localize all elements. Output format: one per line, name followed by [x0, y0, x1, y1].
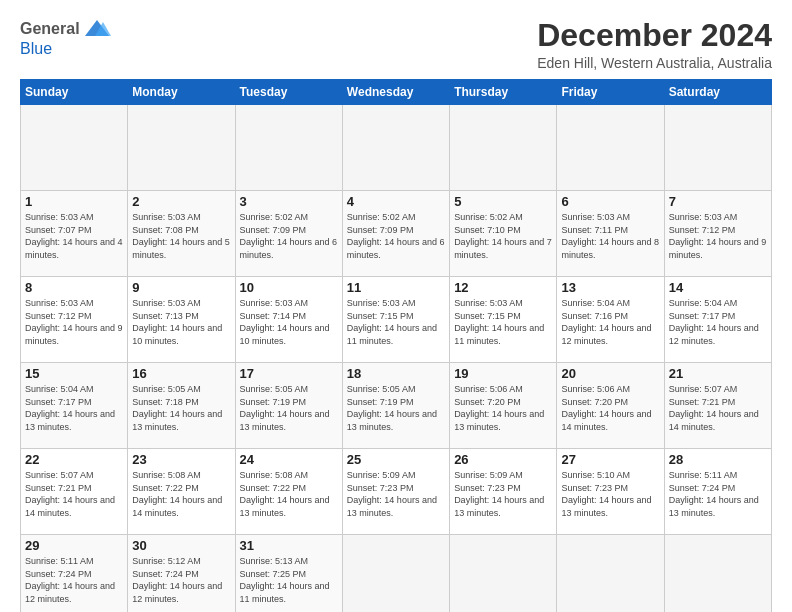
calendar-header-sunday: Sunday [21, 80, 128, 105]
day-number: 25 [347, 452, 445, 467]
calendar-week-row: 1Sunrise: 5:03 AMSunset: 7:07 PMDaylight… [21, 191, 772, 277]
table-row [557, 105, 664, 191]
day-info: Sunrise: 5:08 AMSunset: 7:22 PMDaylight:… [240, 469, 338, 519]
day-number: 14 [669, 280, 767, 295]
calendar-week-row: 8Sunrise: 5:03 AMSunset: 7:12 PMDaylight… [21, 277, 772, 363]
day-info: Sunrise: 5:08 AMSunset: 7:22 PMDaylight:… [132, 469, 230, 519]
day-number: 17 [240, 366, 338, 381]
table-row: 27Sunrise: 5:10 AMSunset: 7:23 PMDayligh… [557, 449, 664, 535]
table-row: 29Sunrise: 5:11 AMSunset: 7:24 PMDayligh… [21, 535, 128, 612]
month-title: December 2024 [537, 18, 772, 53]
header: General Blue December 2024 Eden Hill, We… [20, 18, 772, 71]
day-info: Sunrise: 5:06 AMSunset: 7:20 PMDaylight:… [454, 383, 552, 433]
day-number: 10 [240, 280, 338, 295]
table-row [21, 105, 128, 191]
day-info: Sunrise: 5:09 AMSunset: 7:23 PMDaylight:… [347, 469, 445, 519]
location: Eden Hill, Western Australia, Australia [537, 55, 772, 71]
day-info: Sunrise: 5:09 AMSunset: 7:23 PMDaylight:… [454, 469, 552, 519]
table-row [557, 535, 664, 612]
day-number: 20 [561, 366, 659, 381]
table-row: 4Sunrise: 5:02 AMSunset: 7:09 PMDaylight… [342, 191, 449, 277]
day-info: Sunrise: 5:03 AMSunset: 7:13 PMDaylight:… [132, 297, 230, 347]
day-info: Sunrise: 5:04 AMSunset: 7:17 PMDaylight:… [669, 297, 767, 347]
calendar-week-row: 15Sunrise: 5:04 AMSunset: 7:17 PMDayligh… [21, 363, 772, 449]
logo-icon [83, 18, 111, 40]
table-row: 14Sunrise: 5:04 AMSunset: 7:17 PMDayligh… [664, 277, 771, 363]
day-info: Sunrise: 5:03 AMSunset: 7:12 PMDaylight:… [669, 211, 767, 261]
calendar-header-monday: Monday [128, 80, 235, 105]
table-row [664, 105, 771, 191]
day-number: 1 [25, 194, 123, 209]
table-row: 18Sunrise: 5:05 AMSunset: 7:19 PMDayligh… [342, 363, 449, 449]
day-info: Sunrise: 5:03 AMSunset: 7:15 PMDaylight:… [347, 297, 445, 347]
day-number: 16 [132, 366, 230, 381]
title-area: December 2024 Eden Hill, Western Austral… [537, 18, 772, 71]
table-row [450, 105, 557, 191]
day-number: 23 [132, 452, 230, 467]
table-row [342, 105, 449, 191]
day-number: 2 [132, 194, 230, 209]
day-info: Sunrise: 5:13 AMSunset: 7:25 PMDaylight:… [240, 555, 338, 605]
day-info: Sunrise: 5:05 AMSunset: 7:19 PMDaylight:… [347, 383, 445, 433]
day-info: Sunrise: 5:07 AMSunset: 7:21 PMDaylight:… [669, 383, 767, 433]
day-info: Sunrise: 5:06 AMSunset: 7:20 PMDaylight:… [561, 383, 659, 433]
table-row: 23Sunrise: 5:08 AMSunset: 7:22 PMDayligh… [128, 449, 235, 535]
day-info: Sunrise: 5:04 AMSunset: 7:17 PMDaylight:… [25, 383, 123, 433]
calendar-week-row [21, 105, 772, 191]
day-info: Sunrise: 5:02 AMSunset: 7:10 PMDaylight:… [454, 211, 552, 261]
day-number: 30 [132, 538, 230, 553]
page: General Blue December 2024 Eden Hill, We… [0, 0, 792, 612]
table-row [342, 535, 449, 612]
logo-general-text: General [20, 20, 80, 38]
calendar-header-friday: Friday [557, 80, 664, 105]
table-row: 2Sunrise: 5:03 AMSunset: 7:08 PMDaylight… [128, 191, 235, 277]
day-number: 12 [454, 280, 552, 295]
day-info: Sunrise: 5:03 AMSunset: 7:08 PMDaylight:… [132, 211, 230, 261]
day-number: 4 [347, 194, 445, 209]
table-row: 5Sunrise: 5:02 AMSunset: 7:10 PMDaylight… [450, 191, 557, 277]
table-row: 13Sunrise: 5:04 AMSunset: 7:16 PMDayligh… [557, 277, 664, 363]
day-number: 24 [240, 452, 338, 467]
day-number: 28 [669, 452, 767, 467]
day-number: 19 [454, 366, 552, 381]
day-number: 3 [240, 194, 338, 209]
day-info: Sunrise: 5:10 AMSunset: 7:23 PMDaylight:… [561, 469, 659, 519]
day-number: 21 [669, 366, 767, 381]
table-row: 20Sunrise: 5:06 AMSunset: 7:20 PMDayligh… [557, 363, 664, 449]
table-row [450, 535, 557, 612]
day-number: 31 [240, 538, 338, 553]
table-row: 28Sunrise: 5:11 AMSunset: 7:24 PMDayligh… [664, 449, 771, 535]
table-row: 11Sunrise: 5:03 AMSunset: 7:15 PMDayligh… [342, 277, 449, 363]
table-row: 26Sunrise: 5:09 AMSunset: 7:23 PMDayligh… [450, 449, 557, 535]
table-row: 25Sunrise: 5:09 AMSunset: 7:23 PMDayligh… [342, 449, 449, 535]
day-info: Sunrise: 5:11 AMSunset: 7:24 PMDaylight:… [669, 469, 767, 519]
day-number: 11 [347, 280, 445, 295]
table-row: 7Sunrise: 5:03 AMSunset: 7:12 PMDaylight… [664, 191, 771, 277]
table-row: 19Sunrise: 5:06 AMSunset: 7:20 PMDayligh… [450, 363, 557, 449]
table-row: 16Sunrise: 5:05 AMSunset: 7:18 PMDayligh… [128, 363, 235, 449]
calendar-header-thursday: Thursday [450, 80, 557, 105]
table-row: 15Sunrise: 5:04 AMSunset: 7:17 PMDayligh… [21, 363, 128, 449]
calendar-header-saturday: Saturday [664, 80, 771, 105]
day-info: Sunrise: 5:07 AMSunset: 7:21 PMDaylight:… [25, 469, 123, 519]
day-number: 27 [561, 452, 659, 467]
calendar-header-row: SundayMondayTuesdayWednesdayThursdayFrid… [21, 80, 772, 105]
day-number: 5 [454, 194, 552, 209]
table-row: 21Sunrise: 5:07 AMSunset: 7:21 PMDayligh… [664, 363, 771, 449]
calendar-header-tuesday: Tuesday [235, 80, 342, 105]
table-row: 30Sunrise: 5:12 AMSunset: 7:24 PMDayligh… [128, 535, 235, 612]
day-info: Sunrise: 5:03 AMSunset: 7:15 PMDaylight:… [454, 297, 552, 347]
table-row [664, 535, 771, 612]
day-info: Sunrise: 5:12 AMSunset: 7:24 PMDaylight:… [132, 555, 230, 605]
day-info: Sunrise: 5:11 AMSunset: 7:24 PMDaylight:… [25, 555, 123, 605]
day-info: Sunrise: 5:04 AMSunset: 7:16 PMDaylight:… [561, 297, 659, 347]
table-row [128, 105, 235, 191]
table-row: 10Sunrise: 5:03 AMSunset: 7:14 PMDayligh… [235, 277, 342, 363]
day-number: 18 [347, 366, 445, 381]
calendar-week-row: 22Sunrise: 5:07 AMSunset: 7:21 PMDayligh… [21, 449, 772, 535]
day-number: 22 [25, 452, 123, 467]
table-row: 6Sunrise: 5:03 AMSunset: 7:11 PMDaylight… [557, 191, 664, 277]
day-info: Sunrise: 5:03 AMSunset: 7:11 PMDaylight:… [561, 211, 659, 261]
table-row: 12Sunrise: 5:03 AMSunset: 7:15 PMDayligh… [450, 277, 557, 363]
day-number: 6 [561, 194, 659, 209]
